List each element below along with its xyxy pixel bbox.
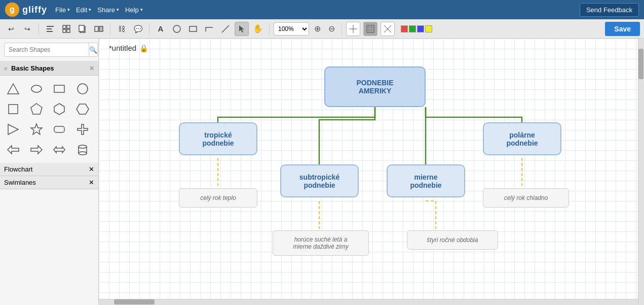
- select-tool[interactable]: [235, 22, 249, 36]
- node-polar[interactable]: polárnepodnebie: [483, 122, 561, 155]
- ellipse-tool[interactable]: [170, 22, 184, 36]
- node-main[interactable]: PODNEBIEAMERIKY: [324, 66, 426, 107]
- node-note2[interactable]: horúce suché letá amierne daždivé zimy: [273, 230, 369, 256]
- canvas-area[interactable]: *untitled 🔒 PODNEBIEAMERIKY: [99, 39, 644, 305]
- separator-5: [342, 23, 342, 35]
- svg-text:g: g: [10, 5, 15, 14]
- flowchart-section-row[interactable]: Flowchart ✕: [0, 163, 98, 176]
- grid-toggle-2[interactable]: [363, 22, 377, 36]
- vertical-scrollbar[interactable]: [638, 39, 644, 305]
- shape-circle[interactable]: [73, 80, 92, 98]
- shape-hexagon-small[interactable]: [50, 100, 68, 118]
- save-button[interactable]: Save: [605, 22, 640, 36]
- shape-triangle-right[interactable]: [4, 120, 22, 139]
- grid-toggle-1[interactable]: [346, 22, 360, 36]
- svg-rect-12: [99, 26, 103, 31]
- logo-icon: g: [5, 3, 19, 17]
- svg-point-13: [173, 25, 180, 32]
- separator-1: [39, 23, 39, 35]
- basic-shapes-close[interactable]: ✕: [89, 65, 94, 72]
- search-box-wrap: 🔍: [0, 39, 98, 61]
- svg-rect-11: [95, 26, 98, 31]
- navbar: g gliffy File▾ Edit▾ Share▾ Help▾ Send F…: [0, 0, 644, 19]
- shape-star[interactable]: [27, 120, 46, 139]
- shape-plus[interactable]: [73, 120, 92, 139]
- send-feedback-button[interactable]: Send Feedback: [580, 3, 639, 17]
- swimlanes-close[interactable]: ✕: [89, 179, 94, 186]
- search-button[interactable]: 🔍: [89, 43, 98, 57]
- svg-marker-38: [31, 146, 42, 154]
- menu-share[interactable]: Share▾: [97, 6, 119, 14]
- zoom-select[interactable]: 100% 50% 75% 125% 150% 200%: [274, 22, 309, 36]
- node-mierne[interactable]: miernepodnebie: [387, 164, 465, 197]
- svg-rect-7: [63, 29, 66, 32]
- shape-arrow-double[interactable]: [50, 141, 68, 159]
- shape-square[interactable]: [4, 100, 22, 118]
- flowchart-label: Flowchart: [4, 165, 32, 173]
- svg-rect-28: [54, 85, 64, 92]
- link-button[interactable]: ⛓: [115, 22, 129, 36]
- zoom-in-button[interactable]: ⊕: [311, 23, 323, 35]
- redo-button[interactable]: ↪: [20, 22, 34, 36]
- svg-point-29: [78, 84, 88, 94]
- comment-button[interactable]: 💬: [131, 22, 145, 36]
- node-subtropical[interactable]: subtropicképodnebie: [280, 164, 359, 197]
- menu-help[interactable]: Help▾: [125, 6, 143, 14]
- basic-shapes-label: ≡ Basic Shapes: [4, 64, 54, 72]
- swimlanes-label: Swimlanes: [4, 179, 36, 186]
- align-button[interactable]: [43, 22, 57, 36]
- horizontal-scrollbar[interactable]: [99, 299, 644, 305]
- svg-rect-6: [67, 25, 70, 28]
- vertical-scrollbar-thumb[interactable]: [638, 49, 643, 79]
- shape-arrow-right[interactable]: [27, 141, 46, 159]
- rect-tool[interactable]: [186, 22, 200, 36]
- shape-rectangle[interactable]: [50, 80, 68, 98]
- shape-arrow-left[interactable]: [4, 141, 22, 159]
- svg-rect-14: [190, 26, 197, 31]
- pan-tool[interactable]: ✋: [251, 22, 265, 36]
- color-red[interactable]: [401, 25, 408, 32]
- grid-toggle-3[interactable]: [381, 22, 395, 36]
- copy-button[interactable]: [75, 22, 90, 36]
- node-note4[interactable]: celý rok chladno: [483, 188, 569, 208]
- shape-hexagon-wide[interactable]: [73, 100, 92, 118]
- search-input[interactable]: [4, 43, 89, 57]
- undo-button[interactable]: ↩: [4, 22, 18, 36]
- node-note3[interactable]: štyri ročné obdobia: [407, 230, 498, 250]
- node-note1[interactable]: celý rok teplo: [179, 188, 257, 208]
- shape-cylinder[interactable]: [73, 141, 92, 159]
- horizontal-scrollbar-thumb[interactable]: [114, 299, 155, 304]
- svg-rect-10: [79, 25, 84, 31]
- text-tool[interactable]: A: [154, 22, 168, 36]
- svg-rect-19: [367, 25, 374, 32]
- logo[interactable]: g gliffy: [5, 3, 47, 17]
- color-blue[interactable]: [417, 25, 424, 32]
- shape-triangle[interactable]: [4, 80, 22, 98]
- svg-marker-37: [8, 146, 19, 154]
- separator-3: [149, 23, 149, 35]
- svg-rect-5: [63, 25, 66, 28]
- svg-rect-3: [47, 28, 52, 29]
- group-button[interactable]: [59, 22, 73, 36]
- flowchart-close[interactable]: ✕: [89, 165, 94, 173]
- color-green[interactable]: [409, 25, 416, 32]
- node-tropical[interactable]: tropicképodnebie: [179, 122, 257, 155]
- swimlanes-section-row[interactable]: Swimlanes ✕: [0, 176, 98, 189]
- separator-4: [269, 23, 270, 35]
- svg-marker-31: [31, 104, 42, 114]
- svg-marker-16: [239, 25, 244, 32]
- color-yellow[interactable]: [425, 25, 432, 32]
- connector-tool[interactable]: [202, 22, 216, 36]
- shape-ellipse[interactable]: [27, 80, 46, 98]
- menu-file[interactable]: File▾: [55, 6, 70, 14]
- basic-shapes-header[interactable]: ≡ Basic Shapes ✕: [0, 61, 98, 76]
- canvas-title-text: *untitled: [109, 44, 136, 52]
- svg-rect-30: [9, 105, 18, 114]
- shape-rounded-rect[interactable]: [50, 120, 68, 139]
- zoom-out-button[interactable]: ⊖: [325, 23, 337, 35]
- flip-button[interactable]: [92, 22, 106, 36]
- shape-pentagon[interactable]: [27, 100, 46, 118]
- line-tool[interactable]: [218, 22, 233, 36]
- svg-marker-26: [8, 84, 19, 94]
- menu-edit[interactable]: Edit▾: [76, 6, 91, 14]
